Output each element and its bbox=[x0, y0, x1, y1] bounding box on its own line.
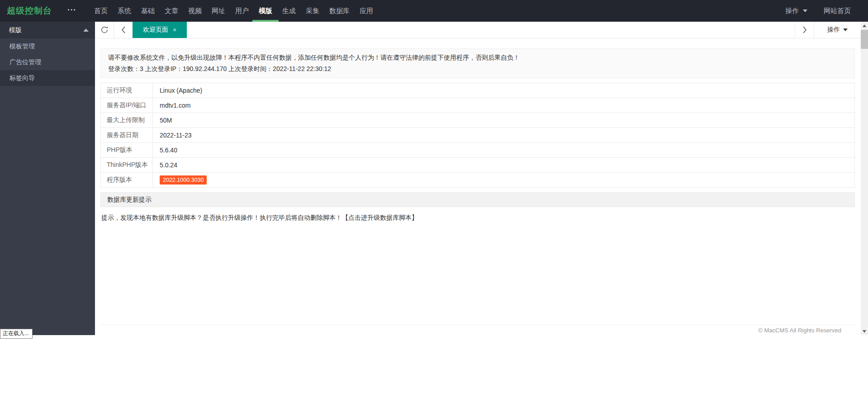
tab-bar: 欢迎页面 × 操作 bbox=[95, 22, 861, 38]
nav-item[interactable]: 基础 bbox=[136, 0, 160, 22]
nav-item[interactable]: 数据库 bbox=[324, 0, 355, 22]
row-label: PHP版本 bbox=[101, 143, 153, 158]
main-panel: 欢迎页面 × 操作 请不要修改系统文件，以免升级出现故障！本程序不内置任何数据，… bbox=[95, 22, 861, 335]
tab-action-dropdown[interactable]: 操作 bbox=[814, 22, 861, 38]
navbar-right: 操作 网站首页 bbox=[785, 0, 851, 22]
chevron-right-icon bbox=[802, 26, 807, 34]
close-icon[interactable]: × bbox=[173, 27, 176, 33]
scrollbar-up-button[interactable] bbox=[861, 22, 868, 29]
table-row: 服务器日期 2022-11-23 bbox=[101, 128, 855, 143]
tab-welcome-page[interactable]: 欢迎页面 × bbox=[133, 22, 187, 38]
chevron-down-icon bbox=[843, 28, 848, 31]
nav-item[interactable]: 模版 bbox=[254, 0, 277, 22]
chevron-down-icon bbox=[803, 9, 807, 12]
admin-console-page: 超级控制台 ··· 首页 系统 基础 文章 视频 网址 用户 模版 生成 采集 … bbox=[0, 0, 868, 407]
table-row: ThinkPHP版本 5.0.24 bbox=[101, 158, 855, 173]
row-value-text: 50M bbox=[160, 117, 172, 124]
navbar-action-label: 操作 bbox=[785, 7, 799, 15]
nav-item[interactable]: 网址 bbox=[207, 0, 230, 22]
sidebar-item[interactable]: 广告位管理 bbox=[0, 54, 95, 70]
notice-line-2: 登录次数：3 上次登录IP：190.92.244.170 上次登录时间：2022… bbox=[108, 63, 847, 75]
version-badge: 2022.1000.3030 bbox=[160, 175, 207, 185]
row-value-text: 5.0.24 bbox=[160, 161, 177, 169]
nav-item[interactable]: 应用 bbox=[355, 0, 378, 22]
main-nav: 首页 系统 基础 文章 视频 网址 用户 模版 生成 采集 数据库 应用 bbox=[89, 0, 378, 22]
tab-label: 欢迎页面 bbox=[143, 26, 168, 34]
sidebar-group-header[interactable]: 模版 bbox=[0, 22, 95, 38]
system-notice: 请不要修改系统文件，以免升级出现故障！本程序不内置任何数据，添加任何数据均是个人… bbox=[100, 48, 855, 78]
chevron-up-icon bbox=[83, 28, 89, 32]
db-upgrade-link[interactable]: 【点击进升级数据库脚本】 bbox=[342, 214, 418, 221]
sidebar-group-label: 模版 bbox=[9, 26, 22, 33]
sidebar-item[interactable]: 标签向导 bbox=[0, 70, 95, 86]
row-label: 最大上传限制 bbox=[101, 113, 153, 128]
refresh-button[interactable] bbox=[95, 22, 114, 38]
row-value-text: 5.6.40 bbox=[160, 147, 177, 154]
tabbar-spacer bbox=[187, 22, 795, 38]
sidebar: 模版 模板管理 广告位管理 标签向导 bbox=[0, 22, 95, 335]
app-logo: 超级控制台 bbox=[7, 0, 52, 22]
db-update-tip: 提示，发现本地有数据库升级脚本？是否执行升级操作！执行完毕后将自动删除脚本！【点… bbox=[101, 213, 854, 222]
site-home-link[interactable]: 网站首页 bbox=[824, 7, 851, 15]
row-value: 5.6.40 bbox=[153, 143, 855, 158]
nav-more-icon[interactable]: ··· bbox=[67, 0, 76, 22]
row-value: 2022-11-23 bbox=[153, 128, 855, 143]
status-tooltip: 正在载入... bbox=[0, 329, 33, 339]
copyright-text: © MacCMS All Rights Reserved bbox=[758, 327, 841, 334]
row-value-text: mdtv1.com bbox=[160, 102, 190, 109]
row-value: mdtv1.com bbox=[153, 98, 855, 113]
row-value-text: 2022-11-23 bbox=[160, 132, 192, 139]
nav-item[interactable]: 文章 bbox=[160, 0, 183, 22]
nav-item[interactable]: 采集 bbox=[301, 0, 324, 22]
sidebar-item[interactable]: 模板管理 bbox=[0, 38, 95, 54]
row-label: 运行环境 bbox=[101, 83, 153, 98]
scroll-tabs-left-button[interactable] bbox=[114, 22, 133, 38]
row-value: 5.0.24 bbox=[153, 158, 855, 173]
footer: © MacCMS All Rights Reserved bbox=[100, 325, 855, 335]
table-row: 最大上传限制 50M bbox=[101, 113, 855, 128]
row-label: 服务器日期 bbox=[101, 128, 153, 143]
row-value: 2022.1000.3030 bbox=[153, 173, 855, 188]
row-value-text: Linux (Apache) bbox=[160, 87, 202, 94]
table-row: 运行环境 Linux (Apache) bbox=[101, 83, 855, 98]
table-row: PHP版本 5.6.40 bbox=[101, 143, 855, 158]
refresh-icon bbox=[100, 25, 109, 34]
notice-line-1: 请不要修改系统文件，以免升级出现故障！本程序不内置任何数据，添加任何数据均是个人… bbox=[108, 52, 847, 63]
tab-action-label: 操作 bbox=[827, 26, 840, 34]
scrollbar-down-button[interactable] bbox=[861, 327, 868, 335]
vertical-scrollbar[interactable] bbox=[861, 22, 868, 335]
table-row: 服务器IP/端口 mdtv1.com bbox=[101, 98, 855, 113]
row-value: Linux (Apache) bbox=[153, 83, 855, 98]
row-label: ThinkPHP版本 bbox=[101, 158, 153, 173]
db-tip-text: 提示，发现本地有数据库升级脚本？是否执行升级操作！执行完毕后将自动删除脚本！ bbox=[101, 214, 342, 221]
nav-item[interactable]: 系统 bbox=[113, 0, 136, 22]
top-navbar: 超级控制台 ··· 首页 系统 基础 文章 视频 网址 用户 模版 生成 采集 … bbox=[0, 0, 868, 22]
scroll-up-icon bbox=[863, 24, 866, 27]
nav-item[interactable]: 生成 bbox=[277, 0, 301, 22]
row-label: 程序版本 bbox=[101, 173, 153, 188]
scroll-down-icon bbox=[863, 330, 866, 333]
nav-item[interactable]: 首页 bbox=[89, 0, 113, 22]
db-update-section-header: 数据库更新提示 bbox=[100, 192, 855, 207]
scroll-tabs-right-button[interactable] bbox=[795, 22, 814, 38]
server-info-table: 运行环境 Linux (Apache) 服务器IP/端口 mdtv1.com 最… bbox=[100, 83, 855, 188]
row-value: 50M bbox=[153, 113, 855, 128]
chevron-left-icon bbox=[121, 26, 126, 34]
nav-item[interactable]: 用户 bbox=[230, 0, 254, 22]
nav-item[interactable]: 视频 bbox=[183, 0, 207, 22]
row-label: 服务器IP/端口 bbox=[101, 98, 153, 113]
welcome-content: 请不要修改系统文件，以免升级出现故障！本程序不内置任何数据，添加任何数据均是个人… bbox=[95, 38, 861, 335]
sidebar-menu: 模板管理 广告位管理 标签向导 bbox=[0, 38, 95, 86]
scrollbar-thumb[interactable] bbox=[861, 30, 868, 49]
navbar-action-dropdown[interactable]: 操作 bbox=[785, 7, 807, 15]
table-row: 程序版本 2022.1000.3030 bbox=[101, 173, 855, 188]
